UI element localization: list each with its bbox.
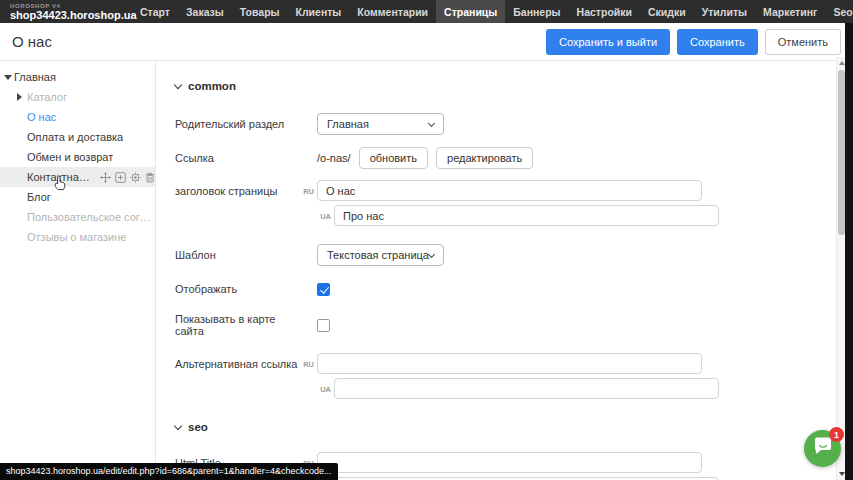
top-menu-banners[interactable]: Баннеры [505,0,568,23]
sitemap-checkbox[interactable] [317,319,330,332]
pages-tree-sidebar: Главная Каталог О нас Оплата и доставка … [0,61,156,480]
template-label: Шаблон [175,244,300,261]
chat-widget-button[interactable]: 1 [804,430,841,467]
display-label: Отображать [175,283,300,295]
browser-status-url: shop34423.horoshop.ua/edit/edit.php?id=6… [0,463,338,480]
sidebar-item-katalog[interactable]: Каталог [0,87,155,107]
link-update-button[interactable]: обновить [359,147,428,169]
parent-section-select[interactable]: Главная [317,113,444,135]
top-menu: Старт Заказы Товары Клиенты Комментарии … [132,0,853,23]
add-icon[interactable] [115,172,126,183]
logo-domain-label: shop34423.horoshop.ua [10,10,128,21]
cancel-button[interactable]: Отменить [765,29,841,55]
sidebar-item-obmen-i-vozvrat[interactable]: Обмен и возврат [0,147,155,167]
sidebar-item-blog[interactable]: Блог [0,187,155,207]
top-menu-utilities[interactable]: Утилиты [694,0,755,23]
page-title: О нас [12,33,52,50]
top-navbar: HOROSHOP V4 shop34423.horoshop.ua Старт … [0,0,853,23]
page-header: О нас Сохранить и выйти Сохранить Отмени… [0,23,853,61]
section-common-header[interactable]: common [175,79,837,93]
page-heading-ru-input[interactable] [317,180,702,201]
display-checkbox[interactable] [317,283,330,296]
chevron-down-icon[interactable] [4,75,12,80]
scroll-up-icon[interactable] [839,61,845,65]
link-label: Ссылка [175,147,300,164]
page-heading-label: заголовок страницы [175,180,300,197]
sidebar-item-otzyvy-o-magazine[interactable]: Отзывы о магазине [0,227,155,247]
top-menu-seo[interactable]: Seo [825,0,853,23]
page-heading-ua-input[interactable] [334,205,719,226]
top-menu-discounts[interactable]: Скидки [640,0,694,23]
top-menu-orders[interactable]: Заказы [178,0,232,23]
chat-bubble-icon [813,437,833,460]
top-menu-clients[interactable]: Клиенты [288,0,350,23]
trash-icon[interactable] [145,172,155,183]
sidebar-item-kontaktnaya-infor[interactable]: Контактная инфор [0,167,155,187]
top-menu-settings[interactable]: Настройки [569,0,640,23]
lang-ru-badge: RU [300,353,317,369]
chevron-down-icon [428,119,435,126]
link-path-value: /o-nas/ [317,152,351,164]
top-menu-pages[interactable]: Страницы [436,0,505,23]
scroll-down-icon[interactable] [839,472,845,476]
sidebar-item-polzovatelskoe-soglashenie[interactable]: Пользовательское соглашение [0,207,155,227]
logo-version-label: HOROSHOP V4 [10,3,128,9]
chat-unread-badge: 1 [829,427,844,442]
link-edit-button[interactable]: редактировать [436,147,533,169]
sidebar-item-glavnaya[interactable]: Главная [0,67,155,87]
sitemap-label: Показывать в карте сайта [175,313,300,337]
sidebar-item-o-nas[interactable]: О нас [0,107,155,127]
sidebar-item-oplata-i-dostavka[interactable]: Оплата и доставка [0,127,155,147]
html-title-ru-input[interactable] [317,452,702,473]
alt-link-ua-input[interactable] [334,378,719,399]
app-logo[interactable]: HOROSHOP V4 shop34423.horoshop.ua [10,3,128,21]
top-menu-comments[interactable]: Комментарии [349,0,436,23]
save-and-exit-button[interactable]: Сохранить и выйти [546,29,670,55]
save-button[interactable]: Сохранить [677,29,758,55]
lang-ru-badge: RU [300,180,317,196]
chevron-down-icon [174,421,182,429]
chevron-right-icon[interactable] [17,93,22,101]
top-menu-marketing[interactable]: Маркетинг [755,0,825,23]
parent-section-label: Родительский раздел [175,113,300,130]
vertical-scrollbar[interactable] [836,57,845,480]
scrollbar-thumb[interactable] [838,70,845,235]
lang-ua-badge: UA [317,205,334,226]
top-menu-start[interactable]: Старт [132,0,178,23]
chevron-down-icon [428,250,435,257]
top-menu-products[interactable]: Товары [232,0,288,23]
alt-link-ru-input[interactable] [317,353,702,374]
alt-link-label: Альтернативная ссылка [175,353,300,370]
section-seo-header[interactable]: seo [175,420,837,434]
gear-icon[interactable] [130,172,141,183]
lang-ua-badge: UA [317,378,334,399]
move-icon[interactable] [100,172,111,183]
page-edit-form: common Родительский раздел Главная Ссылк… [157,61,837,480]
chevron-down-icon [174,80,182,88]
right-edge-strip [845,23,853,480]
template-select[interactable]: Текстовая страница [317,244,444,266]
